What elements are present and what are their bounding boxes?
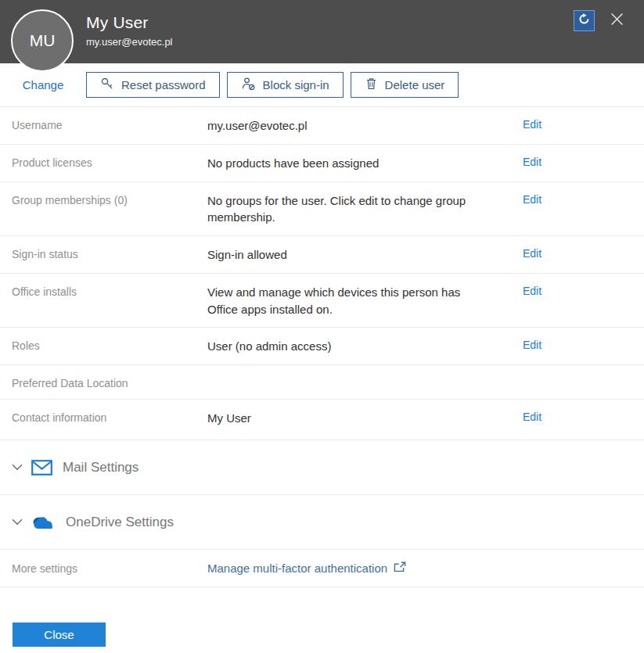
detail-row-contact-information: Contact information My User Edit bbox=[0, 400, 644, 440]
section-onedrive-settings[interactable]: OneDrive Settings bbox=[0, 495, 644, 550]
row-value: View and manage which devices this perso… bbox=[207, 284, 473, 318]
onedrive-icon bbox=[31, 515, 56, 530]
row-label: Preferred Data Location bbox=[12, 375, 207, 389]
row-value: My User bbox=[207, 410, 473, 427]
row-label: Office installs bbox=[12, 284, 207, 298]
change-photo-link[interactable]: Change bbox=[0, 78, 86, 91]
detail-row-product-licenses: Product licenses No products have been a… bbox=[0, 145, 644, 182]
page-title: My User bbox=[86, 13, 173, 32]
row-value: No groups for the user. Click edit to ch… bbox=[207, 192, 473, 227]
refresh-button[interactable] bbox=[574, 10, 595, 31]
chevron-down-icon bbox=[12, 518, 23, 526]
manage-mfa-link[interactable]: Manage multi-factor authentication bbox=[207, 562, 406, 575]
block-signin-label: Block sign-in bbox=[263, 78, 329, 91]
key-icon bbox=[100, 77, 114, 93]
section-mail-settings[interactable]: Mail Settings bbox=[0, 440, 644, 495]
detail-row-username: Username my.user@evotec.pl Edit bbox=[0, 107, 644, 145]
close-icon bbox=[610, 13, 624, 29]
row-value: No products have been assigned bbox=[207, 155, 473, 172]
row-value: Sign-in allowed bbox=[207, 246, 473, 264]
mail-icon bbox=[31, 460, 52, 475]
close-button[interactable] bbox=[608, 13, 625, 30]
section-label: OneDrive Settings bbox=[66, 515, 174, 530]
refresh-icon bbox=[578, 13, 590, 28]
avatar-initials: MU bbox=[30, 31, 56, 50]
row-label: Group memberships (0) bbox=[12, 192, 207, 206]
person-blocked-icon bbox=[241, 77, 256, 93]
edit-office-installs-link[interactable]: Edit bbox=[523, 285, 541, 297]
row-label: Product licenses bbox=[12, 155, 207, 169]
more-settings-label: More settings bbox=[12, 562, 207, 575]
edit-group-memberships-link[interactable]: Edit bbox=[523, 193, 541, 206]
delete-user-label: Delete user bbox=[385, 78, 445, 91]
action-toolbar: Change Reset password Block sign-in bbox=[0, 63, 644, 107]
header-actions bbox=[574, 10, 625, 31]
edit-contact-information-link[interactable]: Edit bbox=[523, 411, 541, 423]
edit-signin-status-link[interactable]: Edit bbox=[523, 247, 541, 260]
block-signin-button[interactable]: Block sign-in bbox=[227, 72, 344, 98]
detail-row-preferred-data-location: Preferred Data Location bbox=[0, 365, 644, 400]
edit-product-licenses-link[interactable]: Edit bbox=[523, 156, 541, 168]
chevron-down-icon bbox=[12, 464, 23, 471]
user-email: my.user@evotec.pl bbox=[86, 36, 173, 48]
row-value: my.user@evotec.pl bbox=[207, 117, 473, 135]
detail-row-signin-status: Sign-in status Sign-in allowed Edit bbox=[0, 236, 644, 274]
user-panel-header: MU My User my.user@evotec.pl bbox=[0, 0, 644, 63]
detail-row-group-memberships: Group memberships (0) No groups for the … bbox=[0, 182, 644, 237]
header-text: My User my.user@evotec.pl bbox=[86, 13, 173, 48]
row-label: Sign-in status bbox=[12, 246, 207, 260]
manage-mfa-label: Manage multi-factor authentication bbox=[207, 562, 387, 575]
row-value: User (no admin access) bbox=[207, 338, 473, 355]
section-label: Mail Settings bbox=[63, 460, 139, 475]
row-label: Roles bbox=[12, 338, 207, 352]
reset-password-button[interactable]: Reset password bbox=[86, 72, 220, 98]
detail-row-office-installs: Office installs View and manage which de… bbox=[0, 274, 644, 328]
more-settings-row: More settings Manage multi-factor authen… bbox=[0, 550, 644, 587]
reset-password-label: Reset password bbox=[121, 78, 206, 91]
trash-icon bbox=[365, 77, 378, 93]
edit-username-link[interactable]: Edit bbox=[523, 118, 541, 131]
delete-user-button[interactable]: Delete user bbox=[351, 72, 459, 98]
detail-row-roles: Roles User (no admin access) Edit bbox=[0, 328, 644, 365]
avatar: MU bbox=[11, 9, 74, 72]
row-label: Username bbox=[12, 117, 207, 131]
external-link-icon bbox=[394, 562, 406, 575]
close-panel-button[interactable]: Close bbox=[13, 623, 106, 647]
edit-roles-link[interactable]: Edit bbox=[523, 339, 541, 351]
row-label: Contact information bbox=[12, 410, 207, 424]
